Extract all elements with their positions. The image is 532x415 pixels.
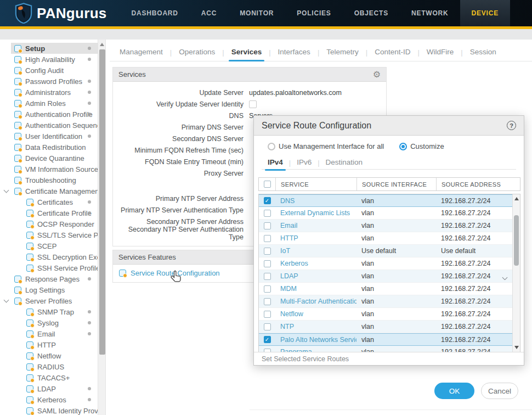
sidebar-item-http[interactable]: HTTP <box>0 339 98 350</box>
table-scroll-down-icon[interactable] <box>514 346 519 349</box>
cell-service[interactable]: NTP <box>275 323 356 330</box>
sidebar-item-ssl-tls-service-profile[interactable]: SSL/TLS Service Profile <box>0 229 98 240</box>
table-row[interactable]: Multi-Factor Authenticationvlan192.168.2… <box>259 295 520 308</box>
sidebar-item-user-identification[interactable]: User Identification <box>0 131 98 142</box>
sidebar-item-email[interactable]: Email <box>0 328 98 339</box>
dialog-tab-ipv4[interactable]: IPv4 <box>262 156 289 170</box>
sidebar-item-certificates[interactable]: Certificates <box>0 197 98 208</box>
tab-interfaces[interactable]: Interfaces <box>271 45 318 59</box>
chevron-down-icon[interactable] <box>4 298 9 303</box>
tab-management[interactable]: Management <box>112 45 170 59</box>
gear-icon[interactable]: ⚙ <box>373 70 381 79</box>
table-row[interactable]: Kerberosvlan192.168.27.2/24 <box>259 257 520 270</box>
sidebar-item-admin-roles[interactable]: Admin Roles <box>0 98 98 109</box>
radio-icon[interactable] <box>399 143 407 150</box>
cell-service[interactable]: IoT <box>275 247 356 255</box>
row-checkbox[interactable]: ✓ <box>264 197 271 204</box>
sidebar-item-authentication-sequence[interactable]: Authentication Sequence <box>0 120 98 131</box>
scroll-up-arrow-icon[interactable] <box>100 43 104 46</box>
ok-button[interactable]: OK <box>434 383 474 399</box>
tab-wildfire[interactable]: WildFire <box>420 45 461 59</box>
sidebar-item-high-availability[interactable]: High Availability <box>0 54 98 65</box>
sidebar-item-tacacs-[interactable]: TACACS+ <box>0 372 98 383</box>
sidebar-item-certificate-management[interactable]: Certificate Management <box>0 186 98 197</box>
sidebar-item-troubleshooting[interactable]: Troubleshooting <box>0 175 98 186</box>
sidebar-item-saml-identity-provider[interactable]: SAML Identity Provider <box>0 405 98 415</box>
table-row[interactable]: NTPvlan192.168.27.2/24 <box>259 321 520 333</box>
table-scrollbar-thumb[interactable] <box>514 215 519 266</box>
chevron-down-icon[interactable] <box>4 188 9 193</box>
table-scrollbar[interactable] <box>512 194 520 352</box>
table-row[interactable]: ✓Palo Alto Networks Servicesvlan192.168.… <box>259 333 520 346</box>
tab-telemetry[interactable]: Telemetry <box>319 45 366 59</box>
cell-service[interactable]: LDAP <box>275 272 356 280</box>
radio-option-use-management-interface-for-all[interactable]: Use Management Interface for all <box>268 142 384 150</box>
help-icon[interactable]: ? <box>507 121 516 130</box>
row-checkbox[interactable] <box>264 260 271 267</box>
set-selected-service-routes-button[interactable]: Set Selected Service Routes <box>262 355 349 363</box>
dialog-tab-ipv6[interactable]: IPv6 <box>291 156 318 170</box>
row-checkbox[interactable] <box>264 323 271 330</box>
row-checkbox[interactable] <box>264 311 271 318</box>
nav-item-objects[interactable]: OBJECTS <box>343 0 400 26</box>
chevron-down-icon[interactable] <box>502 275 508 280</box>
radio-option-customize[interactable]: Customize <box>399 142 444 150</box>
sidebar-item-kerberos[interactable]: Kerberos <box>0 394 98 405</box>
nav-item-monitor[interactable]: MONITOR <box>228 0 285 26</box>
select-all-checkbox[interactable] <box>264 181 271 188</box>
row-checkbox[interactable]: ✓ <box>264 336 271 343</box>
table-row[interactable]: HTTPvlan192.168.27.2/24 <box>259 232 520 245</box>
cell-service[interactable]: External Dynamic Lists <box>275 209 356 217</box>
cell-service[interactable]: Kerberos <box>275 260 356 267</box>
row-checkbox[interactable] <box>264 273 271 280</box>
table-row[interactable]: ✓DNSvlan192.168.27.2/24 <box>259 194 520 207</box>
cell-service[interactable]: Multi-Factor Authentication <box>275 298 356 305</box>
row-checkbox[interactable] <box>264 285 271 293</box>
sidebar-item-log-settings[interactable]: Log Settings <box>0 284 98 295</box>
row-checkbox[interactable] <box>264 222 271 229</box>
sidebar-item-ssl-decryption-exclusion[interactable]: SSL Decryption Exclusion <box>0 251 98 262</box>
table-row[interactable]: IoTUse defaultUse default <box>259 245 520 257</box>
sidebar-item-snmp-trap[interactable]: SNMP Trap <box>0 306 98 317</box>
nav-item-policies[interactable]: POLICIES <box>285 0 342 26</box>
cell-service[interactable]: Email <box>275 222 356 229</box>
col-source-interface[interactable]: SOURCE INTERFACE <box>356 178 436 190</box>
nav-item-dashboard[interactable]: DASHBOARD <box>120 0 190 26</box>
sidebar-scrollbar-thumb[interactable] <box>99 49 105 355</box>
nav-item-acc[interactable]: ACC <box>190 0 228 26</box>
table-row[interactable]: MDMvlan192.168.27.2/24 <box>259 283 520 295</box>
sidebar-item-ssh-service-profile[interactable]: SSH Service Profile <box>0 262 98 273</box>
sidebar-item-vm-information-sources[interactable]: VM Information Sources <box>0 164 98 175</box>
table-row[interactable]: Netflowvlan192.168.27.2/24 <box>259 308 520 321</box>
cancel-button[interactable]: Cancel <box>481 383 518 399</box>
sidebar-item-certificate-profile[interactable]: Certificate Profile <box>0 208 98 218</box>
nav-item-network[interactable]: NETWORK <box>400 0 460 26</box>
tab-content-id[interactable]: Content-ID <box>367 45 417 59</box>
cell-service[interactable]: DNS <box>275 197 356 205</box>
tab-services[interactable]: Services <box>224 45 269 59</box>
sidebar-item-server-profiles[interactable]: Server Profiles <box>0 295 98 306</box>
cell-service[interactable]: HTTP <box>275 234 356 242</box>
table-row[interactable]: LDAPvlan192.168.27.2/24 <box>259 270 520 283</box>
nav-item-device[interactable]: DEVICE <box>460 0 510 26</box>
radio-icon[interactable] <box>268 143 275 150</box>
row-checkbox[interactable] <box>264 248 271 255</box>
col-service[interactable]: SERVICE <box>275 178 356 190</box>
sidebar-item-scep[interactable]: SCEP <box>0 240 98 251</box>
col-source-address[interactable]: SOURCE ADDRESS <box>436 178 520 190</box>
cell-service[interactable]: MDM <box>275 285 356 293</box>
sidebar-item-data-redistribution[interactable]: Data Redistribution <box>0 142 98 153</box>
row-checkbox[interactable] <box>264 298 271 305</box>
sidebar-item-password-profiles[interactable]: Password Profiles <box>0 76 98 87</box>
table-row[interactable]: Emailvlan192.168.27.2/24 <box>259 220 520 232</box>
sidebar-item-administrators[interactable]: Administrators <box>0 87 98 98</box>
sidebar-item-config-audit[interactable]: Config Audit <box>0 65 98 76</box>
sidebar-item-ocsp-responder[interactable]: OCSP Responder <box>0 218 98 229</box>
field-checkbox[interactable] <box>249 100 257 108</box>
table-scroll-up-icon[interactable] <box>514 197 519 200</box>
row-checkbox[interactable] <box>264 235 271 242</box>
sidebar-item-response-pages[interactable]: Response Pages <box>0 273 98 284</box>
sidebar-item-ldap[interactable]: LDAP <box>0 383 98 394</box>
cell-service[interactable]: Palo Alto Networks Services <box>275 336 356 344</box>
sidebar-item-radius[interactable]: RADIUS <box>0 361 98 372</box>
